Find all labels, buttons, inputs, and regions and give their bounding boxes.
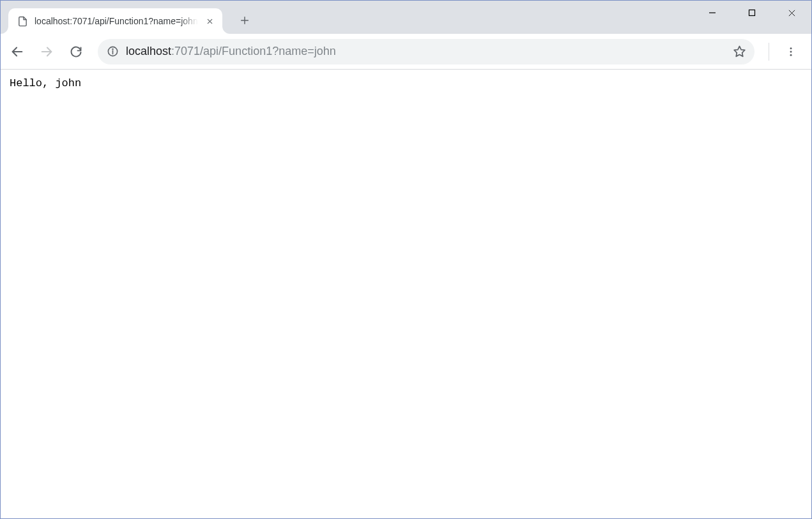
url-path: :7071/api/Function1?name=john xyxy=(171,45,336,57)
address-bar[interactable]: localhost:7071/api/Function1?name=john xyxy=(98,39,755,64)
svg-point-14 xyxy=(790,47,792,49)
svg-rect-5 xyxy=(749,10,755,16)
maximize-button[interactable] xyxy=(732,1,772,25)
svg-point-12 xyxy=(112,49,113,49)
file-icon xyxy=(17,16,28,27)
close-tab-button[interactable] xyxy=(204,15,216,27)
tab-strip: localhost:7071/api/Function1?name=john xyxy=(1,1,811,34)
reload-button[interactable] xyxy=(63,39,89,64)
url-text[interactable]: localhost:7071/api/Function1?name=john xyxy=(126,45,724,58)
close-window-button[interactable] xyxy=(772,1,811,25)
minimize-button[interactable] xyxy=(693,1,732,25)
toolbar-separator xyxy=(769,43,769,61)
site-info-icon[interactable] xyxy=(105,45,119,59)
url-host: localhost xyxy=(126,45,171,57)
window-controls xyxy=(693,1,811,25)
bookmark-button[interactable] xyxy=(730,43,748,61)
svg-marker-13 xyxy=(734,46,745,56)
page-content: Hello, john xyxy=(1,70,811,518)
toolbar: localhost:7071/api/Function1?name=john xyxy=(1,34,811,70)
svg-point-15 xyxy=(790,50,792,52)
svg-point-16 xyxy=(790,54,792,56)
browser-window: localhost:7071/api/Function1?name=john xyxy=(1,1,811,518)
browser-tab[interactable]: localhost:7071/api/Function1?name=john xyxy=(8,8,222,34)
new-tab-button[interactable] xyxy=(234,10,256,31)
menu-button[interactable] xyxy=(778,39,804,64)
back-button[interactable] xyxy=(4,39,30,64)
forward-button[interactable] xyxy=(34,39,59,64)
response-text: Hello, john xyxy=(10,77,802,89)
tab-title: localhost:7071/api/Function1?name=john xyxy=(34,16,198,26)
